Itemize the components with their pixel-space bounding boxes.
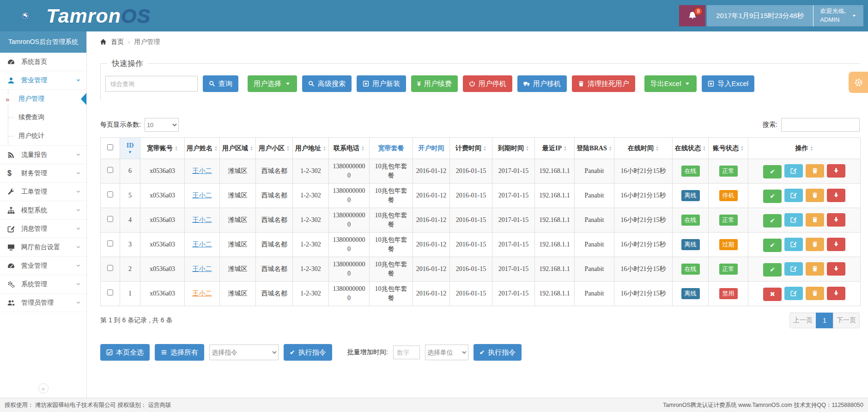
column-header-id[interactable]: ID▼ [120, 138, 140, 159]
main-content: 快速操作 查询用户选择高级搜索用户新装¥用户续费用户停机用户移机清理挂死用户导出… [87, 52, 868, 398]
query-button[interactable]: 查询 [203, 75, 238, 92]
edit-button[interactable] [784, 287, 803, 300]
quick-operations-panel: 快速操作 查询用户选择高级搜索用户新装¥用户续费用户停机用户移机清理挂死用户导出… [100, 58, 860, 100]
row-checkbox[interactable] [107, 191, 113, 197]
sidebar-subitem-user-mgmt[interactable]: »用户管理 [0, 90, 86, 108]
sidebar-item-business-mgmt-2[interactable]: 营业管理 [0, 257, 86, 275]
sidebar-item-workorder-mgmt[interactable]: 工单管理 [0, 183, 86, 201]
command-select[interactable]: 选择指令 [209, 344, 279, 360]
column-header-phone[interactable]: 联系电话▲▼ [329, 138, 370, 159]
table-search-input[interactable] [781, 118, 860, 132]
edit-button[interactable] [784, 164, 803, 178]
page-1-button[interactable]: 1 [816, 313, 833, 328]
column-header-bill_date[interactable]: 计费时间▲▼ [450, 138, 492, 159]
sidebar-collapse-button[interactable]: « [38, 383, 49, 394]
delete-button[interactable] [806, 189, 824, 202]
download-button[interactable] [827, 189, 845, 202]
delete-button[interactable] [806, 287, 824, 300]
download-button[interactable] [827, 164, 845, 178]
settings-fab[interactable] [849, 72, 868, 93]
delete-button[interactable] [806, 213, 824, 227]
check-icon: ✔ [290, 349, 295, 356]
row-checkbox[interactable] [107, 216, 113, 222]
edit-button[interactable] [784, 238, 803, 251]
execute-time-button[interactable]: ✔ 执行指令 [473, 344, 522, 361]
column-header-plan[interactable]: 宽带套餐 [370, 138, 413, 159]
admin-menu[interactable]: 欢迎光临, ADMIN [813, 5, 863, 26]
sidebar-item-portal-settings[interactable]: 网厅前台设置 [0, 238, 86, 257]
sidebar-item-message-mgmt[interactable]: 消息管理 [0, 220, 86, 238]
user-name-link[interactable]: 王小二 [193, 192, 212, 199]
user-name-link[interactable]: 王小二 [193, 241, 212, 248]
deny-button[interactable]: ✖ [763, 288, 782, 301]
edit-button[interactable] [784, 189, 803, 202]
user-name-link[interactable]: 王小二 [193, 216, 212, 223]
double-angle-right-icon: » [5, 95, 10, 104]
sidebar-item-admin-mgmt[interactable]: 管理员管理 [0, 294, 86, 312]
user-move-button[interactable]: 用户移机 [517, 75, 567, 92]
select-page-button[interactable]: 本页全选 [100, 344, 150, 361]
column-header-name[interactable]: 用户姓名▲▼ [185, 138, 220, 159]
column-header-ip[interactable]: 最近IP▲▼ [535, 138, 575, 159]
sidebar-subitem-renew-query[interactable]: 续费查询 [0, 108, 86, 127]
quick-search-input[interactable] [105, 76, 198, 92]
advanced-search-button[interactable]: 高级搜索 [302, 75, 352, 92]
sidebar-item-business-mgmt[interactable]: 营业管理 [0, 71, 86, 90]
select-all-button[interactable]: 选择所有 [155, 344, 204, 361]
user-renew-button[interactable]: ¥用户续费 [411, 75, 458, 92]
next-page-button[interactable]: 下一页 [833, 313, 860, 328]
column-header-actions[interactable]: 操作▲▼ [748, 138, 861, 159]
delete-button[interactable] [806, 164, 824, 178]
select-all-checkbox[interactable] [107, 144, 113, 150]
sidebar-item-system-mgmt[interactable]: 系统管理 [0, 275, 86, 294]
user-suspend-button[interactable]: 用户停机 [463, 75, 512, 92]
download-button[interactable] [827, 287, 845, 300]
column-header-online_status[interactable]: 在线状态▲▼ [673, 138, 709, 159]
user-name-link[interactable]: 王小二 [193, 167, 212, 174]
per-page-select[interactable]: 10 [145, 118, 179, 132]
row-checkbox[interactable] [107, 289, 113, 295]
prev-page-button[interactable]: 上一页 [789, 313, 816, 328]
import-excel-button[interactable]: 导入Excel [702, 75, 754, 92]
execute-command-button[interactable]: ✔ 执行指令 [284, 344, 332, 361]
edit-button[interactable] [784, 213, 803, 227]
edit-button[interactable] [784, 262, 803, 276]
export-excel-button[interactable]: 导出Excel [644, 75, 697, 92]
column-header-bras[interactable]: 登陆BRAS▲▼ [575, 138, 614, 159]
breadcrumb-home[interactable]: 首页 [111, 38, 124, 46]
notifications-button[interactable]: 8 [679, 5, 705, 26]
sidebar-item-dashboard[interactable]: 系统首页 [0, 53, 86, 71]
confirm-button[interactable]: ✔ [763, 263, 782, 277]
sidebar-item-model-system[interactable]: 模型系统 [0, 201, 86, 220]
column-header-account_status[interactable]: 账号状态▲▼ [709, 138, 748, 159]
user-name-link[interactable]: 王小二 [193, 290, 212, 297]
download-button[interactable] [827, 213, 845, 227]
column-header-community[interactable]: 用户小区▲▼ [256, 138, 293, 159]
confirm-button[interactable]: ✔ [763, 165, 782, 178]
delete-button[interactable] [806, 238, 824, 251]
time-number-input[interactable] [393, 345, 420, 359]
user-select-button[interactable]: 用户选择 [248, 75, 297, 92]
time-unit-select[interactable]: 选择单位 [425, 344, 468, 360]
delete-button[interactable] [806, 262, 824, 276]
user-name-link[interactable]: 王小二 [193, 265, 212, 272]
confirm-button[interactable]: ✔ [763, 214, 782, 228]
user-install-button[interactable]: 用户新装 [357, 75, 406, 92]
row-checkbox[interactable] [107, 265, 113, 271]
confirm-button[interactable]: ✔ [763, 190, 782, 203]
column-header-region[interactable]: 用户区域▲▼ [220, 138, 256, 159]
clean-dead-users-button[interactable]: 清理挂死用户 [572, 75, 635, 92]
sidebar-item-traffic-report[interactable]: 流量报告 [0, 146, 86, 164]
download-button[interactable] [827, 262, 845, 276]
download-button[interactable] [827, 238, 845, 251]
column-header-account[interactable]: 宽带账号▲▼ [140, 138, 185, 159]
sidebar-subitem-user-stats[interactable]: 用户统计 [0, 127, 86, 145]
column-header-online_time[interactable]: 在线时间▲▼ [614, 138, 673, 159]
column-header-open_date[interactable]: 开户时间 [413, 138, 450, 159]
sidebar-item-finance-mgmt[interactable]: $财务管理 [0, 164, 86, 183]
row-checkbox[interactable] [107, 167, 113, 173]
column-header-expire_date[interactable]: 到期时间▲▼ [492, 138, 535, 159]
column-header-address[interactable]: 用户地址▲▼ [293, 138, 329, 159]
row-checkbox[interactable] [107, 240, 113, 246]
confirm-button[interactable]: ✔ [763, 239, 782, 252]
